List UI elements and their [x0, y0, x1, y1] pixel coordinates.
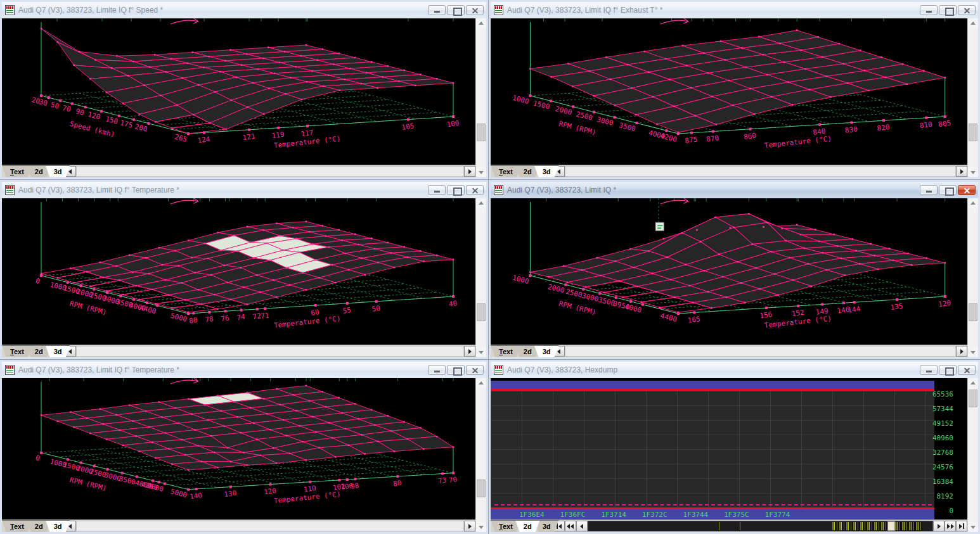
- scroll-thumb[interactable]: [969, 303, 977, 321]
- scroll-thumb[interactable]: [969, 390, 977, 407]
- maximize-button[interactable]: [939, 185, 957, 195]
- svg-text:5000: 5000: [170, 312, 188, 324]
- close-button[interactable]: [958, 185, 976, 195]
- minimize-button[interactable]: [920, 5, 938, 15]
- hex-axis-label: 24576: [923, 464, 953, 471]
- maximize-button[interactable]: [447, 5, 465, 15]
- svg-text:80: 80: [392, 479, 402, 488]
- hex-axis-label: 65536: [923, 391, 953, 398]
- right-arrow-icon: [468, 169, 472, 174]
- vertical-scrollbar[interactable]: [475, 198, 486, 357]
- titlebar[interactable]: Audi Q7 (V3), 383723, Limit IQ f° Exhaus…: [491, 2, 978, 18]
- bottom-bar: Text 2d 3d: [2, 519, 475, 532]
- scroll-down-icon[interactable]: [968, 167, 978, 177]
- hscroll-track[interactable]: [76, 521, 465, 531]
- vertical-scrollbar[interactable]: [967, 18, 978, 177]
- scroll-up-icon[interactable]: [968, 198, 978, 208]
- scroll-down-icon[interactable]: [968, 347, 978, 357]
- right-arrow-icon: [938, 524, 941, 529]
- minimize-button[interactable]: [428, 365, 446, 375]
- address-scrollbar[interactable]: [588, 521, 934, 531]
- surface-plot-exhaust[interactable]: 10001500200025003000350040004200RPM (RPM…: [491, 18, 967, 165]
- svg-text:1000: 1000: [512, 94, 530, 106]
- svg-text:40: 40: [448, 299, 458, 308]
- scroll-down-icon[interactable]: [476, 167, 486, 177]
- nav-ffwd-button[interactable]: [945, 521, 956, 531]
- svg-text:3000: 3000: [596, 115, 614, 127]
- hscroll-right-button[interactable]: [464, 166, 475, 177]
- map-file-icon[interactable]: [494, 365, 503, 375]
- surface-plot-temperature-1[interactable]: 0100015002000250030003500400044005000RPM…: [2, 198, 475, 345]
- hex-axis-label: 0: [923, 507, 953, 514]
- titlebar[interactable]: Audi Q7 (V3), 383723, Limit IQ f° Temper…: [2, 362, 486, 378]
- hscroll-right-button[interactable]: [464, 521, 475, 531]
- scroll-down-icon[interactable]: [476, 522, 486, 532]
- address-scroll-thumb[interactable]: [887, 521, 895, 531]
- surface-plot-speed[interactable]: 2030507090120150175200265Speed (kmh)1241…: [2, 18, 475, 165]
- maximize-button[interactable]: [939, 5, 957, 15]
- surface-plot-limit-iq[interactable]: 10002000250030003500395040004400RPM (RPM…: [491, 198, 967, 345]
- close-button[interactable]: [466, 185, 484, 195]
- scroll-up-icon[interactable]: [476, 198, 486, 208]
- close-button[interactable]: [466, 5, 484, 15]
- scroll-up-icon[interactable]: [968, 378, 978, 388]
- window-controls: [920, 365, 976, 375]
- vertical-scrollbar[interactable]: [967, 198, 978, 357]
- hscroll-track[interactable]: [76, 166, 465, 177]
- svg-text:50: 50: [50, 101, 60, 111]
- hscroll-track[interactable]: [565, 346, 957, 357]
- close-button[interactable]: [958, 365, 976, 375]
- scroll-up-icon[interactable]: [476, 18, 486, 29]
- map-file-icon[interactable]: [5, 5, 15, 15]
- scroll-down-icon[interactable]: [476, 347, 486, 357]
- hexdump-view[interactable]: 6553657344491524096032768245761638481920…: [491, 378, 967, 519]
- scroll-thumb[interactable]: [969, 124, 977, 141]
- hscroll-right-button[interactable]: [956, 166, 967, 177]
- nav-next-button[interactable]: [933, 521, 945, 531]
- nav-rewind-button[interactable]: [565, 521, 576, 531]
- hscroll-track[interactable]: [76, 346, 465, 357]
- map-file-icon[interactable]: [5, 185, 15, 195]
- hscroll-right-button[interactable]: [956, 346, 967, 357]
- svg-text:71: 71: [260, 311, 269, 321]
- scroll-up-icon[interactable]: [968, 18, 978, 29]
- vertical-scrollbar[interactable]: [475, 18, 486, 177]
- surface-plot-temperature-2[interactable]: 0100015002000250030003500400042004600500…: [2, 378, 475, 519]
- hscroll-track[interactable]: [565, 166, 957, 177]
- nav-prev-button[interactable]: [576, 521, 588, 531]
- window-controls: [428, 365, 484, 375]
- vertical-scrollbar[interactable]: [967, 378, 978, 532]
- titlebar[interactable]: Audi Q7 (V3), 383723, Limite IQ f° Speed…: [2, 2, 486, 18]
- minimize-button[interactable]: [920, 365, 938, 375]
- map-file-icon[interactable]: [5, 365, 15, 375]
- titlebar[interactable]: Audi Q7 (V3), 383723, Hexdump: [491, 362, 978, 378]
- minimize-button[interactable]: [920, 185, 938, 195]
- scroll-thumb[interactable]: [477, 303, 486, 321]
- maximize-button[interactable]: [939, 365, 957, 375]
- decorations: [57, 18, 453, 24]
- vertical-scrollbar[interactable]: [475, 378, 486, 532]
- bar-icon: [963, 523, 964, 529]
- close-button[interactable]: [466, 365, 484, 375]
- map-file-icon[interactable]: [494, 185, 503, 195]
- scroll-thumb[interactable]: [477, 124, 486, 141]
- scroll-thumb[interactable]: [477, 480, 486, 497]
- scroll-down-icon[interactable]: [968, 522, 978, 532]
- maximize-button[interactable]: [447, 365, 465, 375]
- titlebar[interactable]: Audi Q7 (V3), 383723, Limit IQ f° Temper…: [2, 182, 486, 198]
- map-file-icon[interactable]: [494, 5, 503, 15]
- hscroll-right-button[interactable]: [464, 346, 475, 357]
- svg-text:60: 60: [311, 308, 320, 317]
- minimize-button[interactable]: [428, 185, 446, 195]
- close-button[interactable]: [958, 5, 976, 15]
- minimize-button[interactable]: [428, 5, 446, 15]
- nav-last-button[interactable]: [956, 521, 967, 531]
- maximize-button[interactable]: [447, 185, 465, 195]
- window-controls: [920, 185, 976, 195]
- svg-text:55: 55: [342, 306, 352, 315]
- titlebar[interactable]: Audi Q7 (V3), 383723, Limit IQ *: [491, 182, 978, 198]
- tab-2d[interactable]: 2d: [515, 520, 540, 532]
- svg-text:130: 130: [224, 489, 238, 499]
- scroll-up-icon[interactable]: [476, 378, 486, 388]
- svg-text:90: 90: [75, 107, 85, 117]
